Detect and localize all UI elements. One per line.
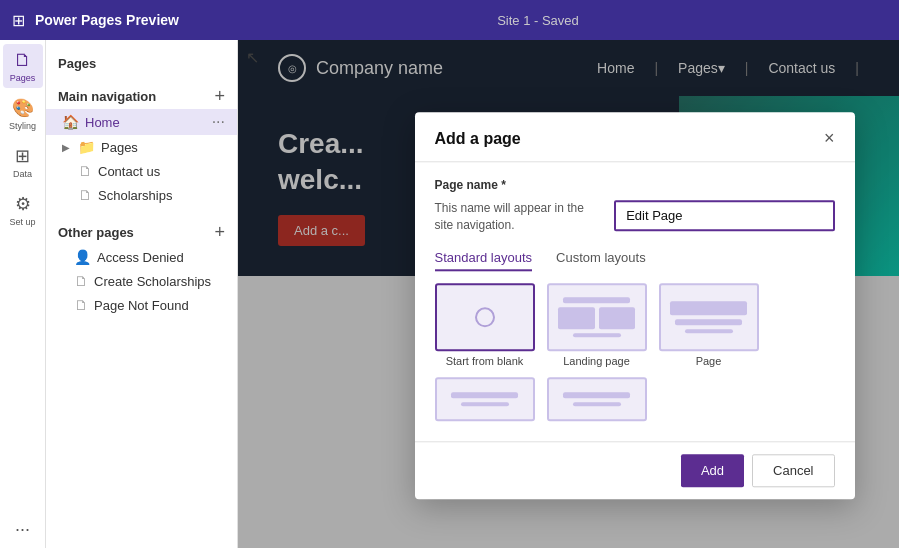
create-scholarships-label: Create Scholarships: [94, 274, 211, 289]
custom-layouts-grid: [435, 377, 835, 425]
add-page-modal: Add a page × Page name * This name will …: [415, 112, 855, 499]
sidebar-item-home[interactable]: 🏠 Home ···: [46, 109, 237, 135]
page-icon-3: 🗋: [74, 273, 88, 289]
layout-blank[interactable]: Start from blank: [435, 283, 535, 367]
modal-title: Add a page: [435, 130, 521, 148]
other-pages-section: Other pages + 👤 Access Denied 🗋 Create S…: [46, 219, 237, 317]
blank-preview: [435, 283, 535, 351]
blank-label: Start from blank: [435, 355, 535, 367]
topbar: ⊞ Power Pages Preview Site 1 - Saved: [0, 0, 899, 40]
contact-us-label: Contact us: [98, 164, 160, 179]
add-button[interactable]: Add: [681, 454, 744, 487]
field-description: This name will appear in the site naviga…: [435, 200, 599, 234]
grid-icon: ⊞: [12, 11, 25, 30]
page-line2: [685, 329, 733, 333]
modal-body: Page name * This name will appear in the…: [415, 162, 855, 441]
page-name-input[interactable]: [614, 200, 834, 231]
page-not-found-label: Page Not Found: [94, 298, 189, 313]
pages-heading: Pages: [58, 56, 96, 71]
sidebar-item-setup[interactable]: ⚙ Set up: [3, 188, 43, 232]
styling-icon: 🎨: [12, 97, 34, 119]
custom1-preview: [435, 377, 535, 421]
page-icon-2: 🗋: [78, 187, 92, 203]
pages-section-header: Pages: [46, 52, 237, 75]
page-preview: [659, 283, 759, 351]
main-nav-label: Main navigation: [58, 89, 156, 104]
folder-icon: 📁: [78, 139, 95, 155]
sidebar-item-create-scholarships[interactable]: 🗋 Create Scholarships: [46, 269, 237, 293]
content-area: ↖ ◎ Company name Home | Pages▾ | Contact…: [238, 40, 899, 548]
c1-line2: [461, 402, 509, 406]
access-denied-label: Access Denied: [97, 250, 184, 265]
sidebar-item-contact-us[interactable]: 🗋 Contact us: [46, 159, 237, 183]
landing-cols: [558, 307, 635, 329]
modal-header: Add a page ×: [415, 112, 855, 162]
add-main-nav-button[interactable]: +: [214, 87, 225, 105]
landing-line1: [563, 297, 630, 303]
setup-icon: ⚙: [15, 193, 31, 215]
layouts-tabs: Standard layouts Custom layouts: [435, 250, 835, 271]
home-icon: 🏠: [62, 114, 79, 130]
modal-close-button[interactable]: ×: [824, 128, 835, 149]
c2-line1: [563, 392, 630, 398]
other-pages-header: Other pages +: [46, 219, 237, 245]
user-icon: 👤: [74, 249, 91, 265]
custom2-preview: [547, 377, 647, 421]
scholarships-label: Scholarships: [98, 188, 172, 203]
layout-landing[interactable]: Landing page: [547, 283, 647, 367]
sidebar-item-page-not-found[interactable]: 🗋 Page Not Found: [46, 293, 237, 317]
landing-line2: [573, 333, 621, 337]
sidebar-item-access-denied[interactable]: 👤 Access Denied: [46, 245, 237, 269]
c1-line1: [451, 392, 518, 398]
pages-label: Pages: [10, 73, 36, 83]
main-layout: 🗋 Pages 🎨 Styling ⊞ Data ⚙ Set up ··· Pa…: [0, 40, 899, 548]
setup-label: Set up: [9, 217, 35, 227]
add-other-page-button[interactable]: +: [214, 223, 225, 241]
sidebar-item-pages[interactable]: 🗋 Pages: [3, 44, 43, 88]
page-icon-4: 🗋: [74, 297, 88, 313]
sidebar-item-styling[interactable]: 🎨 Styling: [3, 92, 43, 136]
landing-col-left: [558, 307, 594, 329]
landing-preview: [547, 283, 647, 351]
page-name-label: Page name *: [435, 178, 835, 192]
chevron-right-icon: ▶: [62, 142, 70, 153]
layout-custom-2[interactable]: [547, 377, 647, 425]
c2-line2: [573, 402, 621, 406]
layouts-section: Standard layouts Custom layouts Start fr…: [435, 250, 835, 425]
styling-label: Styling: [9, 121, 36, 131]
sidebar-item-pages-folder[interactable]: ▶ 📁 Pages: [46, 135, 237, 159]
cancel-button[interactable]: Cancel: [752, 454, 834, 487]
icons-panel: 🗋 Pages 🎨 Styling ⊞ Data ⚙ Set up ···: [0, 40, 46, 548]
data-label: Data: [13, 169, 32, 179]
standard-layouts-tab[interactable]: Standard layouts: [435, 250, 533, 271]
pages-folder-label: Pages: [101, 140, 138, 155]
home-more-button[interactable]: ···: [212, 113, 225, 131]
custom-layouts-tab[interactable]: Custom layouts: [556, 250, 646, 271]
page-label: Page: [659, 355, 759, 367]
sidebar: Pages Main navigation + 🏠 Home ··· ▶ 📁 P…: [46, 40, 238, 548]
page-line1: [675, 319, 742, 325]
landing-col-right: [599, 307, 635, 329]
home-label: Home: [85, 115, 120, 130]
page-hero-bar: [670, 301, 747, 315]
sidebar-item-scholarships[interactable]: 🗋 Scholarships: [46, 183, 237, 207]
save-status: Site 1 - Saved: [189, 13, 887, 28]
app-title: Power Pages Preview: [35, 12, 179, 28]
other-pages-label: Other pages: [58, 225, 134, 240]
landing-label: Landing page: [547, 355, 647, 367]
layout-custom-1[interactable]: [435, 377, 535, 425]
sidebar-item-data[interactable]: ⊞ Data: [3, 140, 43, 184]
more-icon[interactable]: ···: [15, 519, 30, 540]
standard-layouts-grid: Start from blank: [435, 283, 835, 367]
page-name-field-row: This name will appear in the site naviga…: [435, 200, 835, 234]
data-icon: ⊞: [15, 145, 30, 167]
pages-icon: 🗋: [14, 50, 32, 71]
main-nav-header: Main navigation +: [46, 83, 237, 109]
modal-footer: Add Cancel: [415, 441, 855, 499]
page-icon: 🗋: [78, 163, 92, 179]
layout-page[interactable]: Page: [659, 283, 759, 367]
blank-circle: [475, 307, 495, 327]
